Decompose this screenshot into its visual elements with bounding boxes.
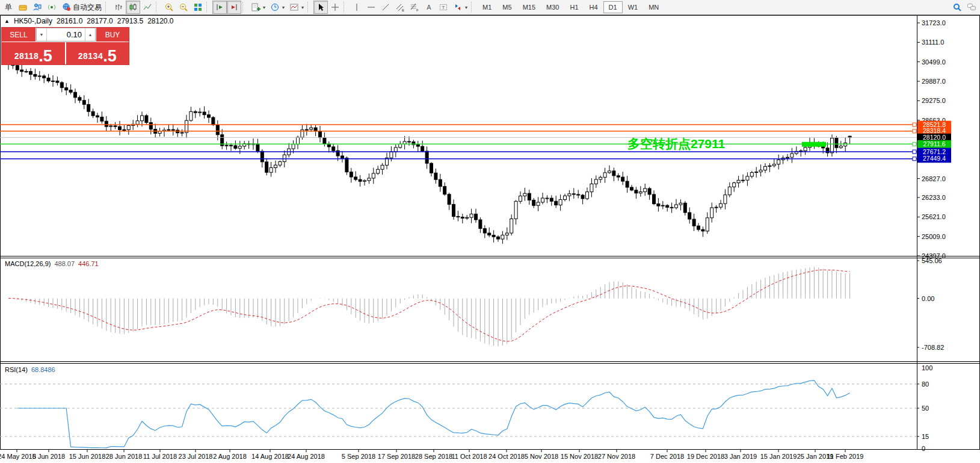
chevron-down-icon: ▾ (465, 5, 467, 10)
timeframe-h4-button[interactable]: H4 (584, 1, 603, 13)
signals-icon[interactable] (30, 1, 45, 14)
timeframe-w1-button[interactable]: W1 (623, 1, 644, 13)
candlestick-chart-icon[interactable] (126, 1, 140, 14)
zoom-in-icon[interactable] (162, 1, 176, 14)
chevron-down-icon: ▾ (301, 5, 304, 10)
date-label: 19 Dec 2018 (687, 453, 724, 460)
rsi-panel: 8050151000 (0, 364, 932, 452)
timeframe-m15-button[interactable]: M15 (517, 1, 541, 13)
svg-text:E: E (402, 8, 404, 12)
candlestick-chart-icon (128, 2, 138, 12)
date-label: 28 Sep 2018 (415, 453, 452, 460)
main-toolbar: 单自动交易▾▾▾EFAT▾M1M5M15M30H1H4D1W1MN (0, 0, 980, 15)
text-label-icon[interactable]: T (436, 1, 451, 14)
buy-button[interactable]: BUY (96, 28, 129, 42)
zoom-out-icon[interactable] (176, 1, 191, 14)
date-label: 7 Dec 2018 (650, 453, 684, 460)
timeframe-h1-button[interactable]: H1 (564, 1, 584, 13)
sell-price-pips: .5 (39, 49, 52, 63)
chat-icon (967, 2, 976, 12)
tile-windows-icon[interactable] (191, 1, 205, 14)
svg-text:27671.2: 27671.2 (923, 148, 946, 155)
text-icon: A (424, 2, 434, 12)
timeframe-d1-button[interactable]: D1 (603, 1, 623, 13)
arrows-icon[interactable]: ▾ (451, 1, 470, 14)
turning-point-annotation[interactable]: 多空转折点27911 (627, 137, 726, 151)
chart-canvas[interactable]: 多空转折点2791131723.031111.030499.029887.029… (0, 15, 980, 463)
buy-price-main: 28134 (78, 51, 103, 61)
svg-text:26233.0: 26233.0 (922, 194, 946, 201)
equidistant-channel-icon[interactable]: E (393, 1, 407, 14)
chat-icon[interactable] (964, 1, 979, 14)
ohlc-low: 27913.5 (117, 17, 143, 25)
vertical-line-icon[interactable] (350, 1, 364, 14)
date-label: 11 Jul 2018 (143, 453, 177, 460)
date-label: 3 Jan 2019 (724, 453, 757, 460)
tile-windows-icon (193, 2, 203, 12)
crosshair-icon (330, 2, 340, 12)
broadcast-icon[interactable] (45, 1, 59, 14)
horizontal-line-icon[interactable] (364, 1, 378, 14)
zoom-in-icon (164, 2, 174, 12)
sell-price-main: 28118 (14, 51, 39, 61)
svg-text:29887.0: 29887.0 (922, 78, 946, 85)
toolbar-separator (156, 2, 159, 13)
fibonacci-icon: F (410, 2, 419, 12)
new-order-button[interactable]: 单 (1, 1, 16, 14)
panel-frames (0, 15, 980, 450)
history-icon[interactable] (16, 1, 30, 14)
indicators-icon (251, 2, 260, 12)
svg-text:30499.0: 30499.0 (922, 58, 946, 66)
svg-text:25621.0: 25621.0 (922, 213, 946, 220)
sell-price[interactable]: 28118 .5 (2, 42, 65, 64)
macd-axis: 545.060.00-708.82 (917, 257, 944, 351)
price-tags: 28521.828318.428120.027911.627671.227449… (913, 121, 951, 163)
svg-text:27449.4: 27449.4 (923, 155, 946, 162)
auto-scroll-icon[interactable] (212, 1, 227, 14)
chart-shift-icon[interactable] (227, 1, 241, 14)
date-label: 2 Aug 2018 (213, 453, 247, 460)
timeframe-m1-button[interactable]: M1 (477, 1, 497, 13)
panel-toggle-icon[interactable]: ▲ (4, 18, 10, 24)
date-label: 15 Nov 2018 (561, 453, 598, 460)
text-label-icon: T (439, 2, 448, 12)
trendline-icon[interactable] (378, 1, 393, 14)
zoom-out-icon (179, 2, 188, 12)
horizontal-line-icon (366, 2, 376, 12)
timeframe-mn-button[interactable]: MN (643, 1, 664, 13)
svg-text:T: T (442, 5, 445, 10)
crosshair-icon[interactable] (328, 1, 342, 14)
indicators-icon[interactable]: ▾ (248, 1, 268, 14)
volume-decrease-icon[interactable]: ▼ (37, 28, 47, 41)
highlight-level-bar[interactable] (802, 142, 826, 147)
symbol-period-label: HK50-,Daily (14, 17, 52, 25)
rsi-label: RSI(14) 68.8486 (5, 366, 55, 373)
text-icon[interactable]: A (422, 1, 436, 14)
support-resistance-lines (0, 125, 917, 159)
bar-chart-icon[interactable] (111, 1, 126, 14)
trendline-icon (381, 2, 390, 12)
svg-text:0: 0 (922, 445, 925, 452)
templates-icon[interactable]: ▾ (287, 1, 306, 14)
timeframe-m5-button[interactable]: M5 (497, 1, 517, 13)
fibonacci-icon[interactable]: F (407, 1, 422, 14)
cursor-icon[interactable] (313, 1, 328, 14)
volume-input[interactable]: 0.10 (47, 28, 85, 41)
sell-button[interactable]: SELL (2, 28, 35, 42)
line-chart-icon[interactable] (140, 1, 155, 14)
date-label: 24 May 2018 (0, 453, 36, 460)
svg-text:26827.0: 26827.0 (922, 175, 946, 182)
svg-text:31111.0: 31111.0 (922, 39, 944, 46)
date-label: 24 Aug 2018 (288, 453, 325, 460)
volume-increase-icon[interactable]: ▲ (85, 28, 95, 41)
date-label: 24 Oct 2018 (488, 453, 525, 460)
periods-icon[interactable]: ▾ (268, 1, 287, 14)
chart-window[interactable]: 多空转折点2791131723.031111.030499.029887.029… (0, 15, 980, 463)
timeframe-m30-button[interactable]: M30 (541, 1, 564, 13)
autotrading-button[interactable]: 自动交易 (59, 1, 104, 14)
macd-label: MACD(12,26,9) 488.07 446.71 (5, 260, 99, 267)
search-icon[interactable] (950, 1, 964, 14)
buy-price[interactable]: 28134 .5 (66, 42, 129, 64)
date-label: 5 Nov 2018 (525, 453, 558, 460)
macd-value-main: 488.07 (54, 260, 75, 267)
